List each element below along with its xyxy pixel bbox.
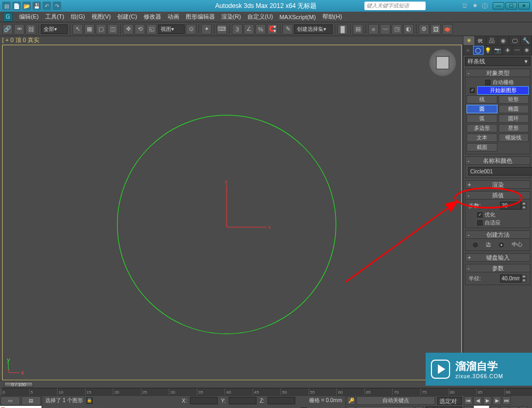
subtab-cam[interactable]: 📷 xyxy=(493,46,503,55)
keymode-dd[interactable]: 选定对象 xyxy=(437,397,462,405)
frame-input[interactable] xyxy=(473,405,489,408)
autokey-button[interactable]: 自动关键点 xyxy=(356,396,435,405)
nav-orbit[interactable]: ⟳ xyxy=(510,406,518,409)
schem-icon[interactable]: ◳ xyxy=(392,24,402,35)
max-logo-icon[interactable]: G xyxy=(3,12,13,22)
nav-prev[interactable]: ◀ xyxy=(473,396,482,405)
steps-up[interactable]: ▲ xyxy=(521,202,527,206)
menu-modifier[interactable]: 修改器 xyxy=(140,13,164,21)
tab-modify[interactable]: 🛠 xyxy=(475,36,487,45)
anglesnap-icon[interactable]: ∠ xyxy=(244,24,254,35)
renderframe-icon[interactable]: 🖼 xyxy=(430,24,441,35)
steps-down[interactable]: ▼ xyxy=(521,206,527,210)
layers-icon[interactable]: ≡ xyxy=(368,24,379,35)
render-icon[interactable]: 🫖 xyxy=(442,24,453,35)
save-icon[interactable]: 💾 xyxy=(32,2,41,10)
rendersetup-icon[interactable]: ⚙ xyxy=(419,24,429,35)
menu-maxscript[interactable]: MAXScript(M) xyxy=(276,14,319,20)
z-input[interactable] xyxy=(268,397,295,404)
menu-edit[interactable]: 编辑(E) xyxy=(16,13,42,21)
minimize-button[interactable]: — xyxy=(493,2,504,10)
redo-icon[interactable]: ↷ xyxy=(53,2,61,10)
adaptive-check[interactable] xyxy=(477,220,483,226)
menu-render[interactable]: 渲染(R) xyxy=(218,13,244,21)
timeconf-icon[interactable]: ⏱ xyxy=(464,406,472,409)
nav-pan[interactable]: ✋ xyxy=(500,406,509,409)
selset-dd[interactable]: 创建选择集 ▾ xyxy=(294,24,332,34)
app-menu-icon[interactable]: ▤ xyxy=(2,2,11,10)
maximize-button[interactable]: ☐ xyxy=(505,2,517,10)
shape-rect[interactable]: 矩形 xyxy=(498,95,529,104)
shape-section[interactable]: 截面 xyxy=(467,143,497,152)
nav-start[interactable]: ⏮ xyxy=(464,396,472,405)
editnamed-icon[interactable]: ✎ xyxy=(282,24,293,35)
tab-create[interactable]: ✳ xyxy=(463,36,475,45)
menu-group[interactable]: 组(G) xyxy=(68,13,88,21)
move-icon[interactable]: ✥ xyxy=(123,24,134,35)
time-ruler[interactable]: 051015202530354045505560657075808590 xyxy=(1,388,532,395)
radius-input[interactable] xyxy=(500,274,521,282)
rollout-method[interactable]: -创建方法 xyxy=(465,230,530,239)
steps-input[interactable] xyxy=(500,202,521,210)
scale-icon[interactable]: ◱ xyxy=(146,24,157,35)
rectselect-icon[interactable]: ▢ xyxy=(96,24,106,35)
key-icon[interactable]: 🔑 xyxy=(347,396,355,405)
autogrid-check[interactable] xyxy=(485,80,491,85)
viewport-label[interactable]: [ + 0 顶 0 真实 xyxy=(0,36,463,45)
subtab-lights[interactable]: 💡 xyxy=(484,46,493,55)
tab-display[interactable]: 🖵 xyxy=(509,36,521,45)
bind-icon[interactable]: ⛓ xyxy=(26,24,36,35)
time-slider[interactable]: 0 / 100 xyxy=(4,382,33,387)
shape-line[interactable]: 线 xyxy=(467,95,497,104)
rollout-kbd[interactable]: +键盘输入 xyxy=(465,253,530,262)
rollout-objtype[interactable]: -对象类型 xyxy=(465,69,530,77)
optimize-check[interactable]: ✓ xyxy=(477,212,483,218)
menu-create[interactable]: 创建(C) xyxy=(114,13,140,21)
pctsnap-icon[interactable]: % xyxy=(255,24,266,35)
shape-helix[interactable]: 螺旋线 xyxy=(498,134,529,142)
menu-anim[interactable]: 动画 xyxy=(164,13,182,21)
shape-ngon[interactable]: 多边形 xyxy=(467,124,497,132)
x-input[interactable] xyxy=(190,397,218,404)
align-icon[interactable]: ▤ xyxy=(353,24,363,35)
selectname-icon[interactable]: ▦ xyxy=(84,24,95,35)
subtab-systems[interactable]: ✱ xyxy=(522,46,532,55)
filter-dd[interactable]: 全部 ▾ xyxy=(41,24,68,34)
viewport[interactable]: y x y│└── x xyxy=(2,45,462,380)
startnew-check[interactable]: ✓ xyxy=(470,88,475,93)
pivot-icon[interactable]: ⊙ xyxy=(186,24,196,35)
radio-center[interactable] xyxy=(499,243,504,247)
link-icon[interactable]: 🔗 xyxy=(2,24,13,35)
menu-customize[interactable]: 自定义(U) xyxy=(244,13,276,21)
mirror-icon[interactable]: ▐▌ xyxy=(337,24,348,35)
mini-btn1[interactable]: ▭ xyxy=(1,396,20,405)
shape-arc[interactable]: 弧 xyxy=(467,114,497,123)
new-icon[interactable]: 📄 xyxy=(12,2,21,10)
spinsnap-icon[interactable]: 🧲 xyxy=(267,24,278,35)
mini-btn2[interactable]: ▤ xyxy=(21,396,41,405)
shape-text[interactable]: 文本 xyxy=(467,134,497,142)
rollout-interp[interactable]: -插值 xyxy=(465,191,530,199)
rollout-name[interactable]: -名称和颜色 xyxy=(465,156,530,165)
rollout-params[interactable]: -参数 xyxy=(465,264,530,272)
menu-view[interactable]: 视图(V) xyxy=(88,13,114,21)
tab-motion[interactable]: ◉ xyxy=(498,36,510,45)
open-icon[interactable]: 📂 xyxy=(22,2,31,10)
nav-end[interactable]: ⏭ xyxy=(502,396,511,405)
undo-icon[interactable]: ↶ xyxy=(43,2,51,10)
nav-play[interactable]: ▶ xyxy=(483,396,492,405)
y-input[interactable] xyxy=(229,397,256,404)
shape-donut[interactable]: 圆环 xyxy=(498,114,529,123)
star-icon[interactable]: ★ xyxy=(472,2,480,10)
category-dd[interactable]: 样条线▾ xyxy=(465,57,530,66)
script-line[interactable]: 所在行: xyxy=(0,406,41,409)
manip-icon[interactable]: ✦ xyxy=(201,24,212,35)
tab-utilities[interactable]: 🔧 xyxy=(521,36,533,45)
subtab-space[interactable]: 〰 xyxy=(512,46,522,55)
menu-grapheditor[interactable]: 图形编辑器 xyxy=(182,13,218,21)
curveed-icon[interactable]: 〰 xyxy=(380,24,390,35)
lock-icon[interactable]: 🔒 xyxy=(86,397,93,404)
objname-input[interactable] xyxy=(468,167,532,176)
close-button[interactable]: ✕ xyxy=(518,2,530,10)
menu-help[interactable]: 帮助(H) xyxy=(319,13,345,21)
